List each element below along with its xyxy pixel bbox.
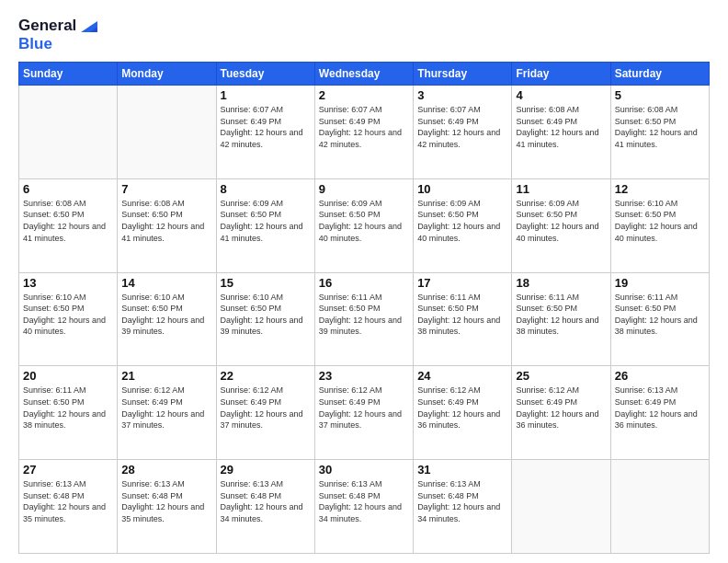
day-number: 15 (221, 276, 311, 290)
day-number: 4 (516, 88, 606, 102)
day-number: 5 (615, 88, 705, 102)
day-number: 28 (121, 463, 211, 477)
calendar-cell: 26Sunrise: 6:13 AM Sunset: 6:49 PM Dayli… (610, 366, 709, 460)
weekday-header-row: SundayMondayTuesdayWednesdayThursdayFrid… (19, 63, 710, 86)
calendar-cell: 22Sunrise: 6:12 AM Sunset: 6:49 PM Dayli… (216, 366, 314, 460)
calendar-cell: 11Sunrise: 6:09 AM Sunset: 6:50 PM Dayli… (512, 178, 610, 272)
day-info: Sunrise: 6:10 AM Sunset: 6:50 PM Dayligh… (23, 292, 113, 338)
day-number: 17 (417, 276, 507, 290)
week-row: 1Sunrise: 6:07 AM Sunset: 6:49 PM Daylig… (19, 86, 710, 179)
calendar-cell: 3Sunrise: 6:07 AM Sunset: 6:49 PM Daylig… (414, 86, 512, 179)
day-info: Sunrise: 6:13 AM Sunset: 6:49 PM Dayligh… (615, 385, 705, 431)
calendar-cell: 18Sunrise: 6:11 AM Sunset: 6:50 PM Dayli… (512, 272, 610, 366)
header: General Blue (18, 17, 710, 52)
day-info: Sunrise: 6:09 AM Sunset: 6:50 PM Dayligh… (417, 198, 507, 244)
calendar-cell: 17Sunrise: 6:11 AM Sunset: 6:50 PM Dayli… (414, 272, 512, 366)
day-number: 3 (417, 88, 507, 102)
calendar-cell: 23Sunrise: 6:12 AM Sunset: 6:49 PM Dayli… (314, 366, 413, 460)
calendar-cell: 6Sunrise: 6:08 AM Sunset: 6:50 PM Daylig… (19, 178, 118, 272)
calendar-cell: 28Sunrise: 6:13 AM Sunset: 6:48 PM Dayli… (118, 460, 216, 554)
day-number: 11 (516, 182, 606, 196)
calendar-cell: 9Sunrise: 6:09 AM Sunset: 6:50 PM Daylig… (314, 178, 413, 272)
calendar-cell: 4Sunrise: 6:08 AM Sunset: 6:49 PM Daylig… (512, 86, 610, 179)
calendar-cell (610, 460, 709, 554)
day-number: 22 (221, 369, 311, 383)
calendar-cell: 31Sunrise: 6:13 AM Sunset: 6:48 PM Dayli… (414, 460, 512, 554)
day-info: Sunrise: 6:13 AM Sunset: 6:48 PM Dayligh… (221, 478, 311, 524)
day-info: Sunrise: 6:07 AM Sunset: 6:49 PM Dayligh… (417, 104, 507, 150)
day-info: Sunrise: 6:11 AM Sunset: 6:50 PM Dayligh… (417, 292, 507, 338)
calendar-cell: 13Sunrise: 6:10 AM Sunset: 6:50 PM Dayli… (19, 272, 118, 366)
day-number: 13 (23, 276, 113, 290)
day-number: 18 (516, 276, 606, 290)
logo: General Blue (18, 17, 97, 52)
page: General Blue SundayMondayTuesdayWednesda… (0, 0, 728, 563)
calendar-cell: 29Sunrise: 6:13 AM Sunset: 6:48 PM Dayli… (216, 460, 314, 554)
calendar-table: SundayMondayTuesdayWednesdayThursdayFrid… (18, 62, 710, 554)
day-number: 10 (417, 182, 507, 196)
day-number: 20 (23, 369, 113, 383)
day-info: Sunrise: 6:12 AM Sunset: 6:49 PM Dayligh… (221, 385, 311, 431)
weekday-header: Wednesday (314, 63, 413, 86)
day-number: 29 (221, 463, 311, 477)
calendar-cell: 10Sunrise: 6:09 AM Sunset: 6:50 PM Dayli… (414, 178, 512, 272)
day-info: Sunrise: 6:09 AM Sunset: 6:50 PM Dayligh… (319, 198, 409, 244)
calendar-cell: 2Sunrise: 6:07 AM Sunset: 6:49 PM Daylig… (314, 86, 413, 179)
day-number: 6 (23, 182, 113, 196)
calendar-cell: 5Sunrise: 6:08 AM Sunset: 6:50 PM Daylig… (610, 86, 709, 179)
day-info: Sunrise: 6:12 AM Sunset: 6:49 PM Dayligh… (417, 385, 507, 431)
day-number: 1 (221, 88, 311, 102)
day-info: Sunrise: 6:08 AM Sunset: 6:50 PM Dayligh… (23, 198, 113, 244)
day-info: Sunrise: 6:13 AM Sunset: 6:48 PM Dayligh… (319, 478, 409, 524)
weekday-header: Sunday (19, 63, 118, 86)
day-number: 30 (319, 463, 409, 477)
day-number: 8 (221, 182, 311, 196)
day-info: Sunrise: 6:12 AM Sunset: 6:49 PM Dayligh… (121, 385, 211, 431)
day-number: 12 (615, 182, 705, 196)
calendar-cell (19, 86, 118, 179)
calendar-cell: 21Sunrise: 6:12 AM Sunset: 6:49 PM Dayli… (118, 366, 216, 460)
calendar-cell: 19Sunrise: 6:11 AM Sunset: 6:50 PM Dayli… (610, 272, 709, 366)
day-info: Sunrise: 6:11 AM Sunset: 6:50 PM Dayligh… (23, 385, 113, 431)
day-number: 27 (23, 463, 113, 477)
calendar-cell: 30Sunrise: 6:13 AM Sunset: 6:48 PM Dayli… (314, 460, 413, 554)
day-number: 19 (615, 276, 705, 290)
day-number: 2 (319, 88, 409, 102)
day-info: Sunrise: 6:07 AM Sunset: 6:49 PM Dayligh… (221, 104, 311, 150)
week-row: 13Sunrise: 6:10 AM Sunset: 6:50 PM Dayli… (19, 272, 710, 366)
day-info: Sunrise: 6:10 AM Sunset: 6:50 PM Dayligh… (121, 292, 211, 338)
day-number: 24 (417, 369, 507, 383)
day-info: Sunrise: 6:10 AM Sunset: 6:50 PM Dayligh… (615, 198, 705, 244)
day-number: 9 (319, 182, 409, 196)
weekday-header: Tuesday (216, 63, 314, 86)
day-info: Sunrise: 6:13 AM Sunset: 6:48 PM Dayligh… (23, 478, 113, 524)
calendar-cell: 20Sunrise: 6:11 AM Sunset: 6:50 PM Dayli… (19, 366, 118, 460)
day-info: Sunrise: 6:08 AM Sunset: 6:49 PM Dayligh… (516, 104, 606, 150)
calendar-cell: 27Sunrise: 6:13 AM Sunset: 6:48 PM Dayli… (19, 460, 118, 554)
day-info: Sunrise: 6:13 AM Sunset: 6:48 PM Dayligh… (417, 478, 507, 524)
calendar-cell: 25Sunrise: 6:12 AM Sunset: 6:49 PM Dayli… (512, 366, 610, 460)
day-number: 21 (121, 369, 211, 383)
weekday-header: Saturday (610, 63, 709, 86)
weekday-header: Thursday (414, 63, 512, 86)
day-info: Sunrise: 6:09 AM Sunset: 6:50 PM Dayligh… (516, 198, 606, 244)
calendar-cell: 8Sunrise: 6:09 AM Sunset: 6:50 PM Daylig… (216, 178, 314, 272)
calendar-cell: 14Sunrise: 6:10 AM Sunset: 6:50 PM Dayli… (118, 272, 216, 366)
logo-line1: General (18, 17, 97, 35)
day-info: Sunrise: 6:12 AM Sunset: 6:49 PM Dayligh… (319, 385, 409, 431)
day-info: Sunrise: 6:09 AM Sunset: 6:50 PM Dayligh… (221, 198, 311, 244)
calendar-cell: 24Sunrise: 6:12 AM Sunset: 6:49 PM Dayli… (414, 366, 512, 460)
logo-line2: Blue (18, 35, 97, 53)
calendar-cell: 12Sunrise: 6:10 AM Sunset: 6:50 PM Dayli… (610, 178, 709, 272)
day-number: 23 (319, 369, 409, 383)
day-info: Sunrise: 6:11 AM Sunset: 6:50 PM Dayligh… (319, 292, 409, 338)
week-row: 27Sunrise: 6:13 AM Sunset: 6:48 PM Dayli… (19, 460, 710, 554)
calendar-cell (512, 460, 610, 554)
day-number: 16 (319, 276, 409, 290)
weekday-header: Monday (118, 63, 216, 86)
calendar-cell: 16Sunrise: 6:11 AM Sunset: 6:50 PM Dayli… (314, 272, 413, 366)
day-number: 25 (516, 369, 606, 383)
day-info: Sunrise: 6:10 AM Sunset: 6:50 PM Dayligh… (221, 292, 311, 338)
week-row: 20Sunrise: 6:11 AM Sunset: 6:50 PM Dayli… (19, 366, 710, 460)
calendar-cell: 1Sunrise: 6:07 AM Sunset: 6:49 PM Daylig… (216, 86, 314, 179)
